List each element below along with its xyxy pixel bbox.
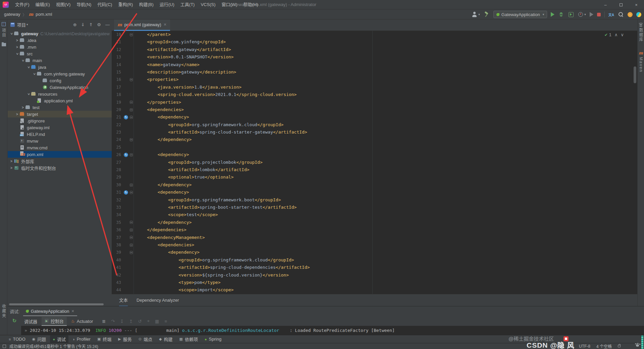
code-line-11[interactable]: 11 <groupId>com.yinfeng</groupId> <box>112 38 637 46</box>
debug-tab-调试器[interactable]: 调试器 <box>21 317 40 326</box>
fold-marker-icon[interactable] <box>130 229 133 232</box>
tree-item-target[interactable]: >target <box>8 111 112 117</box>
project-stripe-icon[interactable] <box>2 22 6 26</box>
tree-item-application.yml[interactable]: application.yml <box>8 97 112 104</box>
tree-chevron-icon[interactable]: > <box>15 45 19 49</box>
stripe-project-label[interactable]: 项目 <box>1 28 7 38</box>
debug-tab-控制台[interactable]: ▶控制台 <box>42 317 67 326</box>
tree-item-src[interactable]: >src <box>8 50 112 57</box>
fold-marker-icon[interactable] <box>130 244 133 247</box>
fold-marker-icon[interactable] <box>130 221 133 224</box>
maven-dependency-gutter-icon[interactable]: ↻ <box>124 153 128 157</box>
code-line-26[interactable]: 26↻ <dependency> <box>112 151 637 158</box>
project-horizontal-scrollbar[interactable] <box>9 303 104 305</box>
tool-window-button-Spring[interactable]: ●Spring <box>202 336 224 342</box>
tree-item-pom.xml[interactable]: pom.xml <box>8 151 112 158</box>
code-line-19[interactable]: 19 </properties> <box>112 99 637 106</box>
translate-icon[interactable]: 文A <box>608 12 614 17</box>
tool-window-button-构建[interactable]: ◆构建 <box>156 335 175 343</box>
tree-item-com.yinfeng.gateway[interactable]: >com.yinfeng.gateway <box>8 70 112 77</box>
run-button[interactable] <box>551 12 554 17</box>
menu-item-9[interactable]: VCS(S) <box>198 0 218 9</box>
code-line-37[interactable]: 37 <dependencyManagement> <box>112 234 637 241</box>
fold-marker-icon[interactable] <box>130 78 133 81</box>
menu-item-0[interactable]: 文件(F) <box>12 0 33 9</box>
menu-item-5[interactable]: 重构(R) <box>115 0 136 9</box>
close-tab-icon[interactable]: ✕ <box>164 22 167 27</box>
tree-item-mvnw[interactable]: mvnw <box>8 138 112 144</box>
code-line-28[interactable]: 28 <artifactId>lombok</artifactId> <box>112 166 637 173</box>
profiler-button[interactable]: ▾ <box>578 11 586 17</box>
tree-chevron-icon[interactable]: > <box>9 159 14 163</box>
stripe-database[interactable]: 数据库 <box>638 23 644 42</box>
run-with-coverage-button[interactable] <box>568 11 574 17</box>
console-fold-icon[interactable]: » <box>24 328 27 333</box>
tree-chevron-icon[interactable]: > <box>15 39 19 42</box>
tool-window-button-依赖项[interactable]: ▦依赖项 <box>177 335 201 343</box>
status-item-3[interactable]: 4 个空格 <box>596 343 612 349</box>
code-line-14[interactable]: 14 <name>gateway</name> <box>112 61 637 68</box>
tool-window-button-终端[interactable]: ▣终端 <box>95 335 114 343</box>
stop-button[interactable] <box>597 13 601 16</box>
editor-scrollbar[interactable] <box>634 66 636 83</box>
folder-stripe-icon[interactable] <box>2 43 6 46</box>
tree-item-HELP.md[interactable]: HELP.md <box>8 131 112 138</box>
rerun-icon[interactable]: ↻ <box>12 318 17 324</box>
tree-item-GatewayApplication[interactable]: GatewayApplication <box>8 84 112 91</box>
code-line-23[interactable]: 23 <artifactId>spring-cloud-starter-gate… <box>112 129 637 136</box>
code-line-12[interactable]: 12 <artifactId>gateway</artifactId> <box>112 46 637 53</box>
fold-marker-icon[interactable] <box>130 184 133 187</box>
code-line-35[interactable]: 35 </dependency> <box>112 219 637 226</box>
search-everywhere-icon[interactable] <box>618 11 624 17</box>
tree-chevron-icon[interactable]: > <box>33 71 36 76</box>
build-hammer-icon[interactable] <box>484 11 490 17</box>
tree-item-test[interactable]: >test <box>8 104 112 111</box>
maven-dependency-gutter-icon[interactable]: ↻ <box>124 190 128 195</box>
code-line-36[interactable]: 36 </dependencies> <box>112 226 637 234</box>
tree-chevron-icon[interactable]: > <box>21 58 25 63</box>
debug-session-tab[interactable]: GatewayApplication ✕ <box>23 309 77 316</box>
editor-tab-pom-xml[interactable]: m pom.xml (gateway) ✕ <box>114 19 170 31</box>
code-line-41[interactable]: 41 <artifactId>spring-cloud-dependencies… <box>112 264 637 271</box>
fold-marker-icon[interactable] <box>130 236 133 239</box>
code-line-25[interactable]: 25 <box>112 144 637 151</box>
code-line-13[interactable]: 13 <version>0.0.1-SNAPSHOT</version> <box>112 53 637 61</box>
expand-all-icon[interactable]: ⇓ <box>81 22 85 27</box>
fold-marker-icon[interactable] <box>130 251 133 254</box>
code-line-43[interactable]: 43 <type>pom</type> <box>112 279 637 286</box>
code-line-29[interactable]: 29 <optional>true</optional> <box>112 173 637 181</box>
tree-item-main[interactable]: >main <box>8 57 112 64</box>
code-line-21[interactable]: 21↻ <dependency> <box>112 113 637 121</box>
code-line-34[interactable]: 34 <scope>test</scope> <box>112 211 637 218</box>
close-session-icon[interactable]: ✕ <box>71 309 74 313</box>
tool-window-button-Profiler[interactable]: ◑Profiler <box>70 336 93 342</box>
fold-marker-icon[interactable] <box>130 191 133 194</box>
editor-bottom-tab-文本[interactable]: 文本 <box>119 294 128 306</box>
update-icon[interactable]: ↑ <box>628 12 633 17</box>
fold-marker-icon[interactable] <box>130 101 133 104</box>
menu-item-8[interactable]: 工具(T) <box>177 0 198 9</box>
debug-toolbar-icon-0[interactable]: ≣ <box>102 319 106 324</box>
tool-window-button-服务[interactable]: ▶服务 <box>115 335 134 343</box>
plugin-icon[interactable] <box>636 12 641 17</box>
tree-item-config[interactable]: config <box>8 77 112 84</box>
close-button[interactable]: × <box>629 0 644 9</box>
stripe-maven[interactable]: m Maven <box>638 51 644 72</box>
code-line-42[interactable]: 42 <version>${spring-cloud.version}</ver… <box>112 271 637 279</box>
fold-marker-icon[interactable] <box>130 33 133 36</box>
tree-chevron-icon[interactable]: > <box>27 65 31 69</box>
debug-console[interactable]: » 2022-04-10 15:24:33.079 INFO 10200 ---… <box>21 326 644 335</box>
tree-chevron-icon[interactable]: > <box>9 166 14 170</box>
fold-marker-icon[interactable] <box>130 116 133 119</box>
tree-chevron-icon[interactable]: > <box>20 106 25 109</box>
editor-bottom-tab-Dependency Analyzer[interactable]: Dependency Analyzer <box>137 294 179 306</box>
tree-chevron-icon[interactable]: > <box>10 31 13 36</box>
locate-icon[interactable]: ⊕ <box>73 22 77 27</box>
menu-item-7[interactable]: 运行(U) <box>157 0 177 9</box>
tree-item-java[interactable]: >java <box>8 64 112 70</box>
code-line-20[interactable]: 20 <dependencies> <box>112 106 637 113</box>
code-line-18[interactable]: 18 <spring-cloud.version>2021.0.1</sprin… <box>112 91 637 98</box>
tree-chevron-icon[interactable]: > <box>15 112 19 116</box>
code-line-33[interactable]: 33 <artifactId>spring-boot-starter-test<… <box>112 204 637 211</box>
code-line-15[interactable]: 15 <description>gateway</description> <box>112 68 637 76</box>
